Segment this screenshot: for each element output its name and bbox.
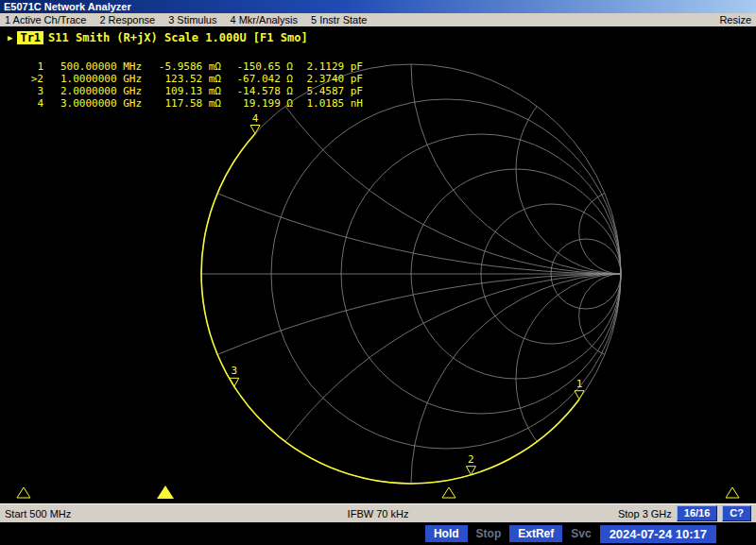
marker-frequency: 500.00000 MHz: [51, 60, 142, 73]
marker-equivalent: 1.0185 nH: [299, 97, 363, 110]
instrument-status-bar: Hold Stop ExtRef Svc 2024-07-24 10:17: [0, 522, 756, 545]
window-title: E5071C Network Analyzer: [4, 1, 131, 12]
menu-instr-state[interactable]: 5 Instr State: [311, 14, 367, 26]
marker-3-number: 3: [231, 365, 237, 377]
marker-id: 3: [25, 85, 43, 97]
chart-markers: 1234: [17, 112, 739, 500]
sweep-position-marker-3: [442, 487, 455, 498]
trace-header: ▶ Tr1 S11 Smith (R+jX) Scale 1.000U [F1 …: [8, 31, 308, 44]
marker-row: 3 2.0000000 GHz 109.13 mΩ -14.578 Ω 5.45…: [25, 85, 363, 97]
correction-status-button[interactable]: C?: [722, 505, 751, 521]
marker-id: 4: [25, 97, 43, 110]
marker-reactance: 19.199 Ω: [227, 97, 293, 110]
marker-1-number: 1: [576, 378, 583, 390]
sweep-position-marker-4: [726, 487, 739, 498]
stop-indicator: Stop: [476, 527, 502, 540]
marker-frequency: 3.0000000 GHz: [51, 97, 142, 110]
marker-frequency: 2.0000000 GHz: [51, 85, 142, 97]
menu-resize[interactable]: Resize: [719, 14, 751, 26]
trace-format-text: S11 Smith (R+jX) Scale 1.000U [F1 Smo]: [48, 31, 308, 44]
marker-reactance: -14.578 Ω: [227, 85, 293, 97]
trace-label[interactable]: Tr1: [17, 31, 43, 44]
ifbw-readout: IFBW 70 kHz: [348, 508, 409, 519]
marker-row: 1 500.00000 MHz -5.9586 mΩ -150.65 Ω 2.1…: [25, 60, 363, 73]
marker-id: 1: [25, 60, 43, 73]
marker-2-number: 2: [468, 453, 474, 466]
active-trace-pointer-icon: ▶: [8, 33, 12, 43]
sweep-start-readout: Start 500 MHz: [5, 508, 348, 519]
marker-equivalent: 2.3740 pF: [299, 73, 363, 85]
sweep-stop-readout: Stop 3 GHz: [618, 508, 672, 519]
menu-active-ch-trace[interactable]: 1 Active Ch/Trace: [5, 14, 86, 26]
menu-response[interactable]: 2 Response: [99, 14, 155, 26]
marker-resistance: 123.52 mΩ: [147, 73, 221, 85]
svc-indicator: Svc: [571, 527, 591, 540]
marker-equivalent: 2.1129 pF: [299, 60, 363, 73]
marker-frequency: 1.0000000 GHz: [51, 73, 142, 85]
status-bar-right: Stop 3 GHz 16/16 C?: [408, 505, 751, 521]
sweep-position-marker-1: [17, 487, 30, 498]
window-titlebar[interactable]: E5071C Network Analyzer: [0, 0, 756, 13]
marker-resistance: 109.13 mΩ: [147, 85, 221, 97]
marker-id: >2: [25, 73, 43, 85]
marker-equivalent: 5.4587 pF: [299, 85, 363, 97]
menu-stimulus[interactable]: 3 Stimulus: [168, 14, 216, 26]
datetime-display[interactable]: 2024-07-24 10:17: [600, 525, 716, 543]
marker-resistance: -5.9586 mΩ: [147, 60, 221, 73]
sweep-position-marker-2: [157, 485, 174, 499]
hold-button[interactable]: Hold: [425, 525, 468, 542]
menu-bar: 1 Active Ch/Trace 2 Response 3 Stimulus …: [0, 13, 756, 26]
marker-table: 1 500.00000 MHz -5.9586 mΩ -150.65 Ω 2.1…: [25, 60, 363, 110]
status-bar: Start 500 MHz IFBW 70 kHz Stop 3 GHz 16/…: [0, 503, 756, 522]
marker-resistance: 117.58 mΩ: [147, 97, 221, 110]
marker-4-glyph: [250, 126, 260, 134]
channel-layout-button[interactable]: 16/16: [677, 505, 718, 521]
marker-reactance: -150.65 Ω: [227, 60, 293, 73]
marker-row: 4 3.0000000 GHz 117.58 mΩ 19.199 Ω 1.018…: [25, 97, 363, 110]
marker-row: >2 1.0000000 GHz 123.52 mΩ -67.042 Ω 2.3…: [25, 73, 363, 85]
menu-mkr-analysis[interactable]: 4 Mkr/Analysis: [230, 14, 298, 26]
extref-button[interactable]: ExtRef: [509, 525, 562, 542]
graph-area: 1234 ▶ Tr1 S11 Smith (R+jX) Scale 1.000U…: [0, 26, 756, 503]
marker-reactance: -67.042 Ω: [227, 73, 293, 85]
marker-4-number: 4: [252, 112, 259, 125]
